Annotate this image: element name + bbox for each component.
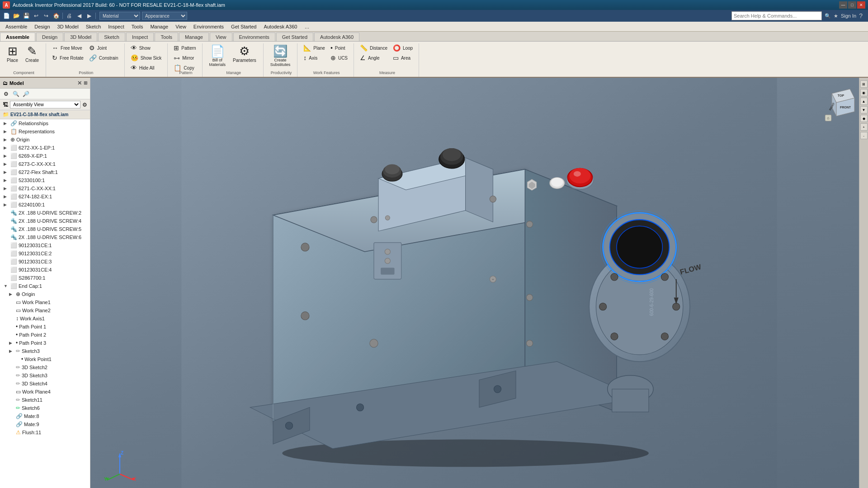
search-icon[interactable]: 🔍	[825, 13, 831, 19]
tree-pathpoint1[interactable]: • Path Point 1	[0, 323, 90, 331]
menu-more[interactable]: …	[301, 23, 313, 30]
rp-tool6[interactable]: +	[860, 123, 868, 131]
qa-new[interactable]: 📄	[2, 12, 11, 20]
tab-a360[interactable]: Autodesk A360	[314, 33, 359, 41]
menu-a360[interactable]: Autodesk A360	[260, 23, 301, 30]
create-substitutes-button[interactable]: 🔄 CreateSubstitutes	[267, 43, 294, 69]
assembly-view-dropdown[interactable]: Assembly View	[10, 101, 80, 108]
menu-sketch[interactable]: Sketch	[82, 23, 105, 30]
constrain-button[interactable]: 🔗 Constrain	[87, 53, 121, 62]
joint-button[interactable]: ⚙ Joint	[87, 43, 121, 52]
place-button[interactable]: ⊞ Place	[4, 43, 21, 65]
rp-tool5[interactable]: ◆	[860, 115, 868, 122]
tree-origin[interactable]: ▶ ⊕ Origin	[0, 136, 90, 144]
search-input[interactable]	[731, 11, 822, 20]
area-button[interactable]: ▭ Area	[391, 53, 415, 62]
tab-view[interactable]: View	[210, 33, 232, 41]
qa-forward[interactable]: ▶	[85, 12, 94, 20]
mirror-button[interactable]: ⧟ Mirror	[171, 53, 198, 62]
bill-of-materials-button[interactable]: 📄 Bill ofMaterials	[206, 43, 229, 69]
tree-3dsketch2[interactable]: ✏ 3D Sketch2	[0, 363, 90, 371]
ucs-button[interactable]: ⊕ UCS	[328, 53, 350, 62]
plane-button[interactable]: 📐 Plane	[301, 43, 327, 52]
tab-assemble[interactable]: Assemble	[0, 33, 35, 41]
rp-tool2[interactable]: ◉	[860, 89, 868, 96]
tree-90123031ce3[interactable]: ⬜ 90123031CE:3	[0, 258, 90, 266]
menu-tools[interactable]: Tools	[128, 23, 147, 30]
minimize-button[interactable]: —	[839, 1, 847, 9]
tree-representations[interactable]: ▶ 📋 Representations	[0, 127, 90, 136]
loop-button[interactable]: ⭕ Loop	[391, 43, 415, 52]
angle-button[interactable]: ∠ Angle	[358, 53, 390, 62]
qa-print[interactable]: 🖨	[65, 12, 74, 20]
tree-90123031ce2[interactable]: ⬜ 90123031CE:2	[0, 249, 90, 258]
rp-tool3[interactable]: ▲	[860, 98, 868, 105]
tree-endcap1[interactable]: ▼ ⬜ End Cap:1	[0, 282, 90, 290]
tree-90123031ce4[interactable]: ⬜ 90123031CE:4	[0, 266, 90, 274]
menu-inspect[interactable]: Inspect	[104, 23, 127, 30]
qa-home[interactable]: 🏠	[52, 12, 61, 20]
rp-tool4[interactable]: ▼	[860, 106, 868, 113]
tree-endcap-origin[interactable]: ▶ ⊕ Origin	[0, 290, 90, 298]
tree-6269xep1[interactable]: ▶ ⬜ 6269-X-EP:1	[0, 152, 90, 160]
hide-all-button[interactable]: 👁 Hide All	[128, 63, 164, 72]
tab-design[interactable]: Design	[36, 33, 63, 41]
menu-environments[interactable]: Environments	[190, 23, 227, 30]
tree-6274182ex1[interactable]: ▶ ⬜ 6274-182-EX:1	[0, 192, 90, 201]
rp-tool7[interactable]: -	[860, 132, 868, 139]
tab-environments[interactable]: Environments	[233, 33, 275, 41]
tree-6272flexshaft1[interactable]: ▶ ⬜ 6272-Flex Shaft:1	[0, 168, 90, 176]
tree-3dsketch4[interactable]: ✏ 3D Sketch4	[0, 380, 90, 388]
viewcube-svg[interactable]: TOP FRONT RIGHT ⌂	[823, 82, 863, 123]
help-icon[interactable]: ?	[859, 12, 863, 19]
tree-52330100[interactable]: ▶ ⬜ 52330100:1	[0, 176, 90, 184]
tree-6273cxxxx1[interactable]: ▶ ⬜ 6273-C-XX-XX:1	[0, 160, 90, 168]
model-panel-close[interactable]: ✕	[77, 80, 82, 86]
tree-6272xx1ep1[interactable]: ▶ ⬜ 6272-XX-1-EP:1	[0, 144, 90, 152]
tree-pathpoint3[interactable]: ▶ • Path Point 3	[0, 339, 90, 347]
qa-save[interactable]: 💾	[22, 12, 31, 20]
parameters-button[interactable]: ⚙ Parameters	[230, 43, 259, 65]
menu-getstarted[interactable]: Get Started	[227, 23, 260, 30]
tree-sketch3[interactable]: ▶ ✏ Sketch3	[0, 347, 90, 355]
tree-sketch11[interactable]: ✏ Sketch11	[0, 396, 90, 404]
tree-relationships[interactable]: ▶ 🔗 Relationships	[0, 119, 90, 127]
search-tree-icon[interactable]: 🔍	[12, 90, 20, 98]
maximize-button[interactable]: □	[848, 1, 856, 9]
tab-inspect[interactable]: Inspect	[126, 33, 154, 41]
menu-assemble[interactable]: Assemble	[2, 23, 31, 30]
tab-3dmodel[interactable]: 3D Model	[64, 33, 97, 41]
menu-3dmodel[interactable]: 3D Model	[54, 23, 82, 30]
qa-open[interactable]: 📂	[12, 12, 21, 20]
axis-button[interactable]: ↕ Axis	[301, 53, 327, 62]
menu-manage[interactable]: Manage	[146, 23, 172, 30]
tab-getstarted[interactable]: Get Started	[276, 33, 313, 41]
tree-62240100[interactable]: ▶ ⬜ 62240100:1	[0, 201, 90, 209]
appearance-dropdown[interactable]: Appearance	[142, 12, 187, 20]
distance-button[interactable]: 📏 Distance	[358, 43, 390, 52]
tree-pathpoint2[interactable]: • Path Point 2	[0, 331, 90, 339]
tab-tools[interactable]: Tools	[155, 33, 178, 41]
tree-s2867700[interactable]: ⬜ S2867700:1	[0, 274, 90, 282]
free-move-button[interactable]: ↔ Free Move	[50, 43, 86, 52]
close-button[interactable]: ✕	[857, 1, 865, 9]
sign-in-button[interactable]: Sign In	[841, 13, 856, 19]
menu-design[interactable]: Design	[31, 23, 53, 30]
tab-manage[interactable]: Manage	[179, 33, 209, 41]
show-sick-button[interactable]: 🤒 Show Sick	[128, 53, 164, 62]
tree-workaxis1[interactable]: ↕ Work Axis1	[0, 314, 90, 323]
viewcube[interactable]: TOP FRONT RIGHT ⌂	[823, 82, 863, 124]
viewport[interactable]: + FLOW 600-6-29-600	[90, 78, 868, 488]
tree-workplane1[interactable]: ▭ Work Plane1	[0, 298, 90, 306]
pattern-button[interactable]: ⊞ Pattern	[171, 43, 198, 52]
tree-workplane2[interactable]: ▭ Work Plane2	[0, 306, 90, 314]
tree-sketch6[interactable]: ✏ Sketch6	[0, 404, 90, 412]
tree-mate8[interactable]: 🔗 Mate:8	[0, 412, 90, 420]
tree-udrive2[interactable]: 🔩 2X .188 U-DRIVE SCREW:2	[0, 209, 90, 217]
menu-view[interactable]: View	[172, 23, 190, 30]
free-rotate-button[interactable]: ↻ Free Rotate	[50, 53, 86, 62]
tree-udrive4[interactable]: 🔩 2X .188 U-DRIVE SCREW:4	[0, 217, 90, 225]
filter-icon[interactable]: ⚙	[2, 90, 10, 98]
show-button[interactable]: 👁 Show	[128, 43, 164, 52]
tree-workplane4[interactable]: ▭ Work Plane4	[0, 388, 90, 396]
